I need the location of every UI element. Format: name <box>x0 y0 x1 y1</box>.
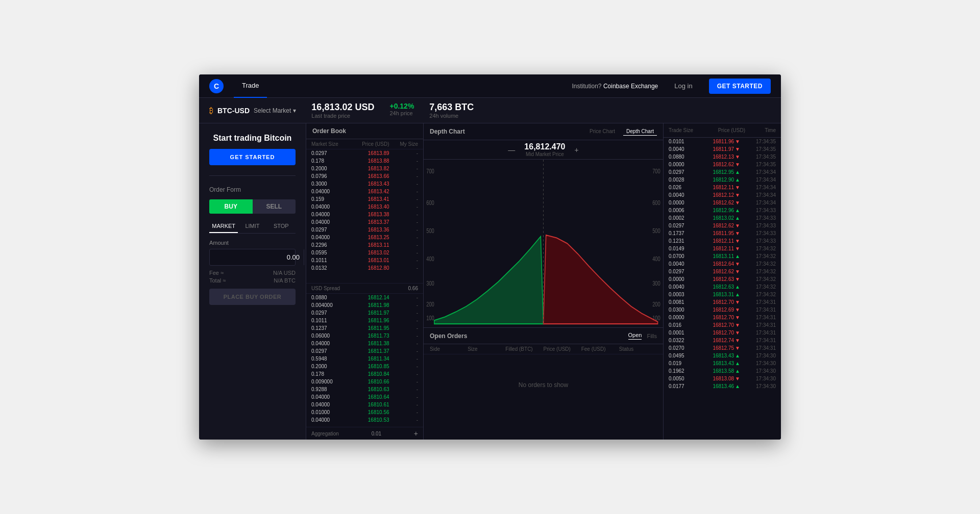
amount-input[interactable] <box>210 249 304 265</box>
ob-buy-row[interactable]: 0.00900016810.66- <box>306 378 423 386</box>
ob-sell-row[interactable]: 0.0400016813.40- <box>306 203 423 211</box>
trade-history-row: 0.030016812.69 ▼17:34:31 <box>664 306 781 314</box>
ob-buy-row[interactable]: 0.0400016811.38- <box>306 340 423 347</box>
login-button[interactable]: Log in <box>668 79 698 93</box>
chart-type-tabs: Price Chart Depth Chart <box>580 123 663 140</box>
ob-sell-row[interactable]: 0.0400016813.42- <box>306 188 423 195</box>
chart-svg-area: 700 600 500 400 300 200 100 700 600 500 … <box>424 160 663 327</box>
ob-size: 0.9288 <box>311 387 346 392</box>
order-type-tabs: MARKET LIMIT STOP <box>209 220 296 234</box>
arrow-up-icon: ▲ <box>735 383 740 389</box>
place-order-button[interactable]: PLACE BUY ORDER <box>209 289 296 305</box>
ob-sell-row[interactable]: 0.0400016813.38- <box>306 211 423 218</box>
ob-column-headers: Market Size Price (USD) My Size <box>306 139 423 149</box>
ob-buy-row[interactable]: 0.200016810.85- <box>306 363 423 370</box>
ob-price: 16811.38 <box>346 341 389 346</box>
ob-buy-row[interactable]: 0.0400016810.64- <box>306 393 423 401</box>
th-price: 16811.97 ▼ <box>704 146 740 152</box>
ob-buy-row[interactable]: 0.00400016811.98- <box>306 301 423 309</box>
ob-sell-row[interactable]: 0.300016813.43- <box>306 180 423 188</box>
ob-size: 0.5948 <box>311 356 346 362</box>
ob-price: 16813.43 <box>346 181 389 187</box>
ob-sell-row[interactable]: 0.013216812.80- <box>306 264 423 272</box>
ob-buy-row[interactable]: 0.088016812.14- <box>306 294 423 301</box>
oo-col-side: Side <box>430 346 468 352</box>
sell-tab[interactable]: SELL <box>253 199 296 214</box>
total-label: Total ≈ <box>209 277 226 284</box>
ob-buy-row[interactable]: 0.0400016810.61- <box>306 401 423 408</box>
th-price: 16812.74 ▼ <box>704 338 740 343</box>
ob-mysize: - <box>389 250 418 255</box>
ob-buy-row[interactable]: 0.101116811.96- <box>306 317 423 324</box>
get-started-main-button[interactable]: GET STARTED <box>209 149 296 165</box>
trade-history-row: 0.002816812.90 ▲17:34:34 <box>664 176 781 184</box>
trade-history-rows: 0.010116811.96 ▼17:34:350.004016811.97 ▼… <box>664 138 781 440</box>
ob-buy-row[interactable]: 0.123716811.95- <box>306 324 423 332</box>
ob-buy-row[interactable]: 0.029716811.97- <box>306 309 423 317</box>
no-orders-message: No orders to show <box>424 354 663 416</box>
ob-price: 16813.40 <box>346 204 389 210</box>
ob-sell-row[interactable]: 0.0400016813.25- <box>306 234 423 241</box>
th-time: 17:34:33 <box>740 230 776 236</box>
ob-buy-row[interactable]: 0.0400016810.53- <box>306 416 423 424</box>
ob-buy-row[interactable]: 0.0600016811.73- <box>306 332 423 340</box>
trade-history-row: 0.029716812.62 ▼17:34:32 <box>664 268 781 275</box>
th-size: 0.1231 <box>669 238 704 244</box>
th-size: 0.0002 <box>669 215 704 221</box>
ob-sell-row[interactable]: 0.079616813.66- <box>306 172 423 180</box>
mid-price-value: 16,812.470 <box>524 142 565 151</box>
ob-size: 0.2000 <box>311 364 346 369</box>
limit-order-tab[interactable]: LIMIT <box>238 220 266 233</box>
arrow-down-icon: ▼ <box>735 185 740 190</box>
ob-size: 0.06000 <box>311 333 346 339</box>
ob-buy-row[interactable]: 0.928816810.63- <box>306 386 423 393</box>
ob-sell-row[interactable]: 0.15916813.41- <box>306 195 423 203</box>
trade-history-row: 0.000116812.70 ▼17:34:31 <box>664 329 781 337</box>
depth-chart-tab[interactable]: Depth Chart <box>623 127 657 136</box>
ob-sell-row[interactable]: 0.229616813.11- <box>306 241 423 249</box>
mid-plus-button[interactable]: + <box>571 146 581 154</box>
ob-buy-row[interactable]: 0.029716811.37- <box>306 347 423 355</box>
market-order-tab[interactable]: MARKET <box>209 220 238 233</box>
ob-buy-row[interactable]: 0.17816810.84- <box>306 370 423 378</box>
ob-price: 16811.34 <box>346 356 389 362</box>
th-time: 17:34:31 <box>740 345 776 351</box>
stop-order-tab[interactable]: STOP <box>267 220 296 233</box>
th-time: 17:34:35 <box>740 154 776 160</box>
open-orders-columns: Side Size Filled (BTC) Price (USD) Fee (… <box>424 344 663 354</box>
price-chart-tab[interactable]: Price Chart <box>586 127 618 136</box>
mid-minus-button[interactable]: — <box>505 146 518 154</box>
ob-sell-row[interactable]: 0.029716813.36- <box>306 226 423 234</box>
open-orders-tab[interactable]: Open <box>628 332 642 340</box>
th-time: 17:34:30 <box>740 368 776 374</box>
select-market-button[interactable]: Select Market ▾ <box>254 107 296 114</box>
ob-sell-row[interactable]: 0.029716813.89- <box>306 149 423 157</box>
ob-buy-row[interactable]: 0.0100016810.56- <box>306 408 423 416</box>
arrow-up-icon: ▲ <box>735 353 740 358</box>
ob-mysize: - <box>389 181 418 187</box>
top-get-started-button[interactable]: GET STARTED <box>709 79 771 94</box>
price-change: +0.12% <box>389 102 414 110</box>
ob-sell-row[interactable]: 0.059516813.02- <box>306 249 423 256</box>
ob-buy-row[interactable]: 0.594816811.34- <box>306 355 423 363</box>
arrow-down-icon: ▼ <box>735 246 740 251</box>
ob-size: 0.1011 <box>311 258 346 263</box>
aggregation-value: 0.01 <box>372 431 381 436</box>
ob-mysize: - <box>389 348 418 354</box>
spread-value: 0.66 <box>408 286 418 291</box>
order-form-label: Order Form <box>209 186 296 193</box>
order-book-panel: Order Book Market Size Price (USD) My Si… <box>306 123 424 440</box>
aggregation-plus-button[interactable]: + <box>414 429 418 438</box>
ob-sell-row[interactable]: 0.200016813.82- <box>306 165 423 172</box>
ob-sell-row[interactable]: 0.101116813.01- <box>306 256 423 264</box>
buy-tab[interactable]: BUY <box>209 199 253 214</box>
ob-size: 0.0796 <box>311 173 346 179</box>
buy-sell-tabs: BUY SELL <box>209 199 296 214</box>
depth-chart-area: — 16,812.470 Mid Market Price + 700 600 … <box>424 140 663 327</box>
top-nav: C Trade Institution? Coinbase Exchange L… <box>199 74 781 98</box>
ob-sell-row[interactable]: 0.17816813.88- <box>306 157 423 165</box>
fills-tab[interactable]: Fills <box>647 333 657 339</box>
ob-sell-row[interactable]: 0.0400016813.37- <box>306 218 423 226</box>
trade-tab[interactable]: Trade <box>234 74 267 98</box>
th-col-size: Trade Size <box>669 127 699 133</box>
